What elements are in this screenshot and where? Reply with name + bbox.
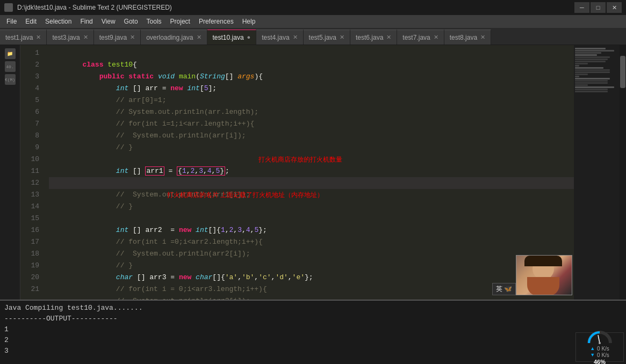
tab-close-test3[interactable]: ✕ xyxy=(83,34,88,40)
tab-test3[interactable]: test3.java ✕ xyxy=(47,30,93,45)
tab-close-overloading[interactable]: ✕ xyxy=(197,34,202,40)
bottom-panel: Java Compiling test10.java....... ------… xyxy=(0,300,626,364)
line-numbers: 1 2 3 4 5 6 7 8 9 10 11 12 13 14 15 16 1… xyxy=(20,45,45,300)
title-bar: D:\jdk\test10.java - Sublime Text 2 (UNR… xyxy=(0,0,626,15)
network-gauge xyxy=(586,330,613,345)
window-title: D:\jdk\test10.java - Sublime Text 2 (UNR… xyxy=(17,4,172,11)
code-line-9 xyxy=(49,142,574,154)
code-line-18: // } xyxy=(49,248,574,260)
app-icon xyxy=(4,3,13,12)
vertical-scrollbar[interactable] xyxy=(620,45,626,300)
thumbnail-overlay xyxy=(516,255,572,295)
code-line-12: // System.out.println(arr1[i]); 打火机商店的名片… xyxy=(49,177,574,189)
compile-output-line2: ----------OUTPUT----------- xyxy=(4,314,622,324)
svg-point-1 xyxy=(599,342,601,344)
tab-close-test1[interactable]: ✕ xyxy=(36,34,41,40)
tab-close-test10[interactable]: ● xyxy=(247,34,251,40)
menu-bar: File Edit Selection Find View Goto Tools… xyxy=(0,15,626,28)
code-line-16: // for(int i =0;i<arr2.length;i++){ xyxy=(49,224,574,236)
annotation-lighter-count: 打火机商店存放的打火机数量 xyxy=(258,154,342,165)
code-line-4: // arr[0]=1; xyxy=(49,83,574,94)
menu-goto[interactable]: Goto xyxy=(120,15,142,28)
sidebar-icon-2[interactable]: 40. xyxy=(5,61,16,72)
title-bar-controls: ─ □ ✕ xyxy=(574,2,622,13)
code-line-7: // System.out.println(arr[i]); xyxy=(49,118,574,130)
minimize-button[interactable]: ─ xyxy=(574,2,589,13)
menu-selection[interactable]: Selection xyxy=(41,15,76,28)
tab-test9[interactable]: test9.java ✕ xyxy=(94,30,141,45)
tab-close-test4[interactable]: ✕ xyxy=(293,34,298,40)
network-percent: 46% xyxy=(594,359,606,365)
compile-output-line5: 3 xyxy=(4,346,622,356)
code-line-1: class test10{ xyxy=(49,47,574,59)
maximize-button[interactable]: □ xyxy=(591,2,606,13)
tab-test5[interactable]: test5.java ✕ xyxy=(304,30,350,45)
tab-test6[interactable]: test6.java ✕ xyxy=(350,30,397,45)
svg-line-0 xyxy=(598,335,600,343)
tab-close-test7[interactable]: ✕ xyxy=(434,34,438,40)
scrollbar-thumb[interactable] xyxy=(620,56,625,88)
code-line-3: int [] arr = new int[5]; xyxy=(49,71,574,83)
code-line-8: // } xyxy=(49,130,574,142)
menu-view[interactable]: View xyxy=(97,15,120,28)
compile-output-line3: 1 xyxy=(4,324,622,335)
menu-find[interactable]: Find xyxy=(76,15,97,28)
close-button[interactable]: ✕ xyxy=(607,2,622,13)
code-content[interactable]: class test10{ public static void main(St… xyxy=(45,45,574,300)
tab-close-test8[interactable]: ✕ xyxy=(480,34,485,40)
left-sidebar: 📁 40. €(M) xyxy=(0,45,20,300)
menu-file[interactable]: File xyxy=(2,15,21,28)
tab-close-test9[interactable]: ✕ xyxy=(130,34,135,40)
compile-output-line1: Java Compiling test10.java....... xyxy=(4,303,622,314)
code-line-6: // for(int i=1;i<arr.length;i++){ xyxy=(49,106,574,118)
tab-overloading[interactable]: overloading.java ✕ xyxy=(141,30,207,45)
tab-test4[interactable]: test4.java ✕ xyxy=(256,30,303,45)
code-line-11: // for(int i =0;i<arr1.length;i++){ xyxy=(49,165,574,177)
tab-test7[interactable]: test7.java ✕ xyxy=(397,30,444,45)
tab-test1[interactable]: test1.java ✕ xyxy=(0,30,47,45)
upload-speed: 0 K/s xyxy=(597,346,609,352)
code-line-20: // for(int i = 0;i<arr3.length;i++){ xyxy=(49,272,574,283)
code-line-19: char [] arr3 = new char[]{'a','b','c','d… xyxy=(49,260,574,272)
tab-test8[interactable]: test8.java ✕ xyxy=(444,30,491,45)
code-line-5: // System.out.println(arr.length); xyxy=(49,94,574,106)
sidebar-files-icon[interactable]: 📁 xyxy=(5,48,16,59)
menu-edit[interactable]: Edit xyxy=(21,15,41,28)
sidebar-icon-3[interactable]: €(M) xyxy=(5,74,16,85)
network-widget: ▲ 0 K/s ▼ 0 K/s 46% xyxy=(575,332,624,362)
menu-help[interactable]: Help xyxy=(238,15,260,28)
compile-output-line4: 2 xyxy=(4,335,622,346)
menu-project[interactable]: Project xyxy=(166,15,195,28)
code-line-2: public static void main(String[] args){ xyxy=(49,59,574,71)
code-line-17: // System.out.println(arr2[i]); xyxy=(49,236,574,248)
download-speed: 0 K/s xyxy=(597,352,609,358)
code-line-15: int [] arr2 = new int[]{1,2,3,4,5}; xyxy=(49,213,574,224)
title-bar-left: D:\jdk\test10.java - Sublime Text 2 (UNR… xyxy=(4,3,172,12)
annotation-address: 打火机商店的名片 上面记载了打火机地址（内存地址） xyxy=(167,189,323,201)
tab-bar: test1.java ✕ test3.java ✕ test9.java ✕ o… xyxy=(0,28,626,45)
code-line-10: int [] arr1 = {1,2,3,4,5}; 打火机商店存放的打火机数量 xyxy=(49,154,574,165)
minimap xyxy=(574,45,620,300)
thumbnail-badge: 英 🦋 xyxy=(492,283,516,295)
tab-test10[interactable]: test10.java ● xyxy=(207,30,257,45)
tab-close-test6[interactable]: ✕ xyxy=(386,34,391,40)
menu-preferences[interactable]: Preferences xyxy=(195,15,238,28)
code-line-14 xyxy=(49,201,574,213)
menu-tools[interactable]: Tools xyxy=(142,15,166,28)
tab-close-test5[interactable]: ✕ xyxy=(340,34,344,40)
